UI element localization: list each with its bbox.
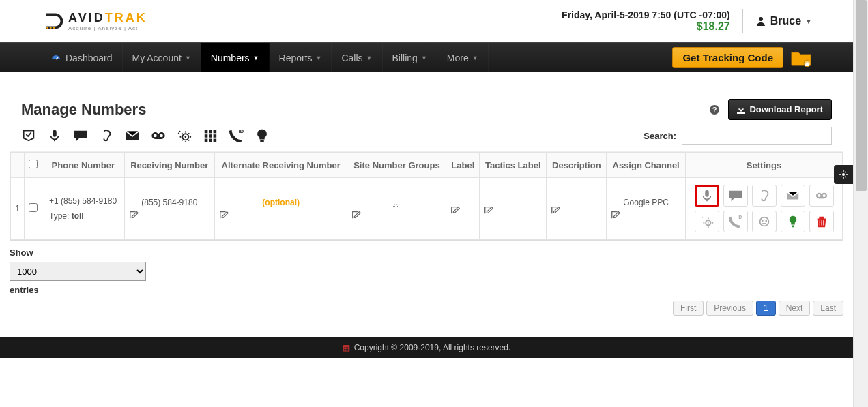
nav-dashboard[interactable]: Dashboard [41,43,123,72]
page-first-button[interactable]: First [673,301,704,316]
footer: ▦Copyright © 2009-2019, All rights reser… [0,337,853,358]
row-checkbox[interactable] [29,203,38,212]
setting-mail-icon[interactable] [781,185,805,207]
folder-home-icon[interactable] [790,48,812,67]
svg-rect-14 [205,130,208,134]
nav-numbers[interactable]: Numbers▼ [201,43,270,72]
help-icon[interactable]: ? [709,104,720,115]
entries-label: entries [10,285,39,295]
account-balance: $18.27 [562,20,730,33]
setting-ear-icon[interactable] [752,185,777,207]
setting-delete-icon[interactable] [809,211,834,232]
logo-text: AVIDTRAK [68,11,147,25]
svg-point-11 [184,136,186,138]
user-menu[interactable]: Bruce ▼ [755,15,812,27]
divider [742,9,743,33]
download-report-button[interactable]: Download Report [728,99,832,120]
edit-channel-icon[interactable] [611,210,681,220]
page-last-button[interactable]: Last [813,301,843,316]
svg-point-37 [842,173,845,176]
ear-icon[interactable] [99,128,114,143]
entries-select[interactable]: 1000 [10,262,146,281]
caret-down-icon: ▼ [472,55,478,61]
svg-rect-18 [209,134,212,138]
show-label: Show [10,247,33,258]
receiving-number: (855) 584-9180 [129,198,210,207]
svg-point-0 [46,27,48,29]
speech-bubble-icon[interactable] [73,128,88,143]
main-navbar: Dashboard My Account▼ Numbers▼ Reports▼ … [0,42,853,72]
page-next-button[interactable]: Next [779,301,811,316]
type-value: toll [72,211,84,221]
vertical-scrollbar[interactable] [853,0,868,407]
floating-settings-icon[interactable] [834,165,853,184]
user-name: Bruce [770,15,801,27]
alt-receiving-placeholder: (optional) [219,198,343,207]
caret-down-icon: ▼ [421,55,427,61]
shield-check-icon[interactable] [21,128,36,143]
caret-down-icon: ▼ [316,55,322,61]
svg-rect-24 [260,140,264,142]
edit-description-icon[interactable] [551,205,602,215]
setting-robot-icon[interactable] [752,211,777,232]
svg-text:ID: ID [239,128,244,134]
toolbar-icons: ID [21,128,270,143]
col-alt-receiving: Alternate Receiving Number [214,153,347,178]
page-1-button[interactable]: 1 [756,301,776,316]
edit-tactics-icon[interactable] [484,205,542,215]
voicemail-icon[interactable] [151,128,166,143]
caret-down-icon: ▼ [366,55,373,61]
edit-alt-icon[interactable] [219,210,343,220]
nav-my-account-label: My Account [132,52,182,63]
setting-voicemail-icon[interactable] [809,185,834,207]
nav-billing[interactable]: Billing▼ [383,43,437,72]
col-receiving: Receiving Number [124,153,214,178]
search-input[interactable] [682,127,832,145]
download-report-label: Download Report [749,104,823,115]
grid-icon[interactable] [203,128,218,143]
envelope-icon[interactable] [125,128,140,143]
row-index: 1 [11,178,25,240]
dashboard-icon [50,52,61,63]
nav-calls[interactable]: Calls▼ [332,43,382,72]
scrollbar-thumb[interactable] [856,0,867,191]
setting-mic-icon[interactable] [695,185,719,207]
caller-id-icon[interactable]: ID [229,128,244,143]
table-row: 1 +1 (855) 584-9180 Type: toll (855) 584… [11,178,843,240]
lightbulb-icon[interactable] [255,128,270,143]
groups-expand[interactable]: ... [351,198,442,207]
svg-point-2 [53,27,55,29]
nav-more[interactable]: More▼ [437,43,489,72]
microphone-icon[interactable] [47,128,62,143]
setting-caller-id-icon[interactable]: ID [723,211,748,232]
get-tracking-code-button[interactable]: Get Tracking Code [672,47,783,68]
svg-point-12 [179,131,181,132]
svg-rect-19 [214,134,217,138]
channel-value: Google PPC [611,198,681,207]
select-all-checkbox[interactable] [29,160,38,168]
svg-rect-20 [205,139,208,142]
col-label: Label [446,153,480,178]
nav-reports[interactable]: Reports▼ [270,43,332,72]
setting-chat-icon[interactable] [723,185,748,207]
edit-receiving-icon[interactable] [129,210,210,220]
type-label: Type: [49,211,72,221]
svg-text:?: ? [712,106,717,114]
numbers-table: Phone Number Receiving Number Alternate … [10,152,843,240]
svg-text:ID: ID [737,215,742,220]
nav-my-account[interactable]: My Account▼ [123,43,201,72]
setting-gear-icon[interactable] [695,211,719,232]
gear-sparkle-icon[interactable] [177,128,192,143]
setting-bulb-icon[interactable] [781,211,805,232]
pagination: First Previous 1 Next Last [673,301,843,316]
svg-rect-17 [205,134,208,138]
page-prev-button[interactable]: Previous [706,301,753,316]
svg-rect-15 [209,130,212,134]
user-icon [755,16,766,27]
edit-groups-icon[interactable] [351,210,442,220]
col-description: Description [547,153,607,178]
download-icon [737,106,745,114]
svg-point-13 [178,132,179,134]
edit-label-icon[interactable] [450,205,475,215]
logo[interactable]: AVIDTRAK Acquire | Analyze | Act [41,8,147,34]
